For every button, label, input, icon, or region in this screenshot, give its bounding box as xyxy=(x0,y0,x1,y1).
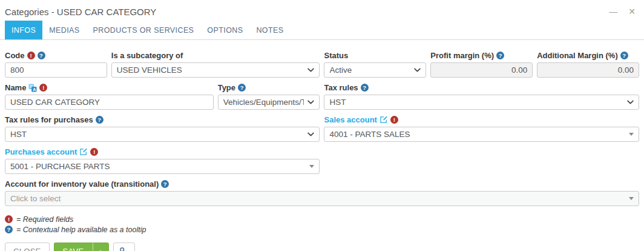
sales-account-label: Sales account ! xyxy=(324,115,639,124)
field-tax-rules-purchases: Tax rules for purchases ? HST xyxy=(5,115,320,142)
required-icon: ! xyxy=(27,52,35,59)
additional-margin-label: Additional Margin (%) ? xyxy=(537,51,639,60)
tab-infos[interactable]: INFOS xyxy=(5,21,42,39)
dialog-header: Categories - USED CAR CATEGORY — ✕ xyxy=(0,0,644,21)
save-split-button: SAVE ▲ xyxy=(54,243,109,251)
chevron-down-icon xyxy=(307,132,314,136)
subcategory-label: Is a subcategory of xyxy=(111,51,320,60)
required-icon: ! xyxy=(39,84,47,92)
field-name: Name A ! USED CAR CATEGORY xyxy=(5,83,214,110)
window-controls: — ✕ xyxy=(609,7,636,16)
help-icon[interactable]: ? xyxy=(161,180,169,188)
field-inventory-account: Account for inventory value (transitiona… xyxy=(5,179,639,206)
purchases-account-dropdown[interactable]: 5001 - PURCHASE PARTS xyxy=(5,159,320,174)
field-purchases-account: Purchases account ! 5001 - PURCHASE PART… xyxy=(5,147,320,174)
save-options-caret[interactable]: ▲ xyxy=(93,243,109,251)
tab-products-or-services[interactable]: PRODUCTS OR SERVICES xyxy=(87,21,201,39)
edit-icon[interactable] xyxy=(79,148,88,156)
tax-rules-select[interactable]: HST xyxy=(324,95,639,110)
subcategory-select[interactable]: USED VEHICLES xyxy=(111,62,320,78)
inventory-account-label: Account for inventory value (transitiona… xyxy=(5,179,639,189)
minimize-icon[interactable]: — xyxy=(609,7,617,16)
required-icon: ! xyxy=(5,215,13,223)
field-profit-margin: Profit margin (%) ? 0.00 xyxy=(430,51,533,78)
type-select[interactable]: Vehicles/Equipments/Tra xyxy=(218,95,320,110)
code-label: Code ! ? xyxy=(5,51,107,60)
purchases-account-label: Purchases account ! xyxy=(5,147,320,156)
legend-help: ? = Contextual help available as a toolt… xyxy=(5,224,639,235)
tax-rules-purchases-select[interactable]: HST xyxy=(5,127,320,142)
field-tax-rules: Tax rules ? HST xyxy=(324,83,639,110)
help-icon[interactable]: ? xyxy=(238,84,246,92)
field-status: Status Active xyxy=(324,51,426,78)
dialog-footer: CLOSE SAVE ▲ xyxy=(0,235,644,251)
help-icon[interactable]: ? xyxy=(96,116,104,124)
field-additional-margin: Additional Margin (%) ? 0.00 xyxy=(537,51,639,78)
help-icon[interactable]: ? xyxy=(361,84,369,92)
close-button[interactable]: CLOSE xyxy=(5,243,50,251)
categories-dialog: Categories - USED CAR CATEGORY — ✕ INFOS… xyxy=(0,0,644,251)
caret-down-icon xyxy=(629,133,634,136)
legend-required: ! = Required fields xyxy=(5,214,639,224)
chevron-down-icon xyxy=(307,68,314,72)
name-input[interactable]: USED CAR CATEGORY xyxy=(5,95,214,110)
help-icon[interactable]: ? xyxy=(496,52,504,59)
field-code: Code ! ? 800 xyxy=(5,51,107,78)
profit-margin-input[interactable]: 0.00 xyxy=(430,62,533,78)
sales-account-dropdown[interactable]: 4001 - PARTS SALES xyxy=(324,127,639,142)
chevron-down-icon xyxy=(414,68,421,72)
status-label: Status xyxy=(324,51,426,60)
type-label: Type ? xyxy=(218,83,320,92)
edit-icon[interactable] xyxy=(380,116,388,124)
code-input[interactable]: 800 xyxy=(5,62,107,78)
link-button[interactable] xyxy=(113,243,135,251)
status-select[interactable]: Active xyxy=(324,62,426,78)
help-icon[interactable]: ? xyxy=(620,52,628,59)
caret-down-icon xyxy=(309,165,314,168)
chain-link-icon xyxy=(119,247,128,251)
save-button[interactable]: SAVE xyxy=(54,243,93,251)
spacer xyxy=(324,147,639,174)
translate-icon[interactable]: A xyxy=(28,84,37,92)
dialog-title: Categories - USED CAR CATEGORY xyxy=(5,7,156,17)
required-icon: ! xyxy=(90,148,98,156)
infos-form: Code ! ? 800 Is a subcategory of USED VE… xyxy=(0,40,644,235)
tab-bar: INFOS MEDIAS PRODUCTS OR SERVICES OPTION… xyxy=(0,21,644,40)
legend: ! = Required fields ? = Contextual help … xyxy=(5,214,639,235)
tax-rules-purchases-label: Tax rules for purchases ? xyxy=(5,115,320,124)
chevron-down-icon xyxy=(627,100,634,104)
help-icon: ? xyxy=(5,226,13,233)
close-icon[interactable]: ✕ xyxy=(628,7,636,16)
field-sales-account: Sales account ! 4001 - PARTS SALES xyxy=(324,115,639,142)
name-label: Name A ! xyxy=(5,83,214,92)
profit-margin-label: Profit margin (%) ? xyxy=(430,51,533,60)
help-icon[interactable]: ? xyxy=(38,52,45,59)
field-subcategory: Is a subcategory of USED VEHICLES xyxy=(111,51,320,78)
chevron-down-icon xyxy=(307,100,314,104)
caret-down-icon xyxy=(629,197,634,200)
tab-notes[interactable]: NOTES xyxy=(249,21,290,39)
tax-rules-label: Tax rules ? xyxy=(324,83,639,92)
tab-options[interactable]: OPTIONS xyxy=(200,21,249,39)
field-type: Type ? Vehicles/Equipments/Tra xyxy=(218,83,320,110)
svg-text:A: A xyxy=(33,87,36,91)
additional-margin-input[interactable]: 0.00 xyxy=(537,62,639,78)
required-icon: ! xyxy=(390,116,398,124)
tab-medias[interactable]: MEDIAS xyxy=(42,21,86,39)
inventory-account-dropdown[interactable]: Click to select xyxy=(5,191,639,206)
